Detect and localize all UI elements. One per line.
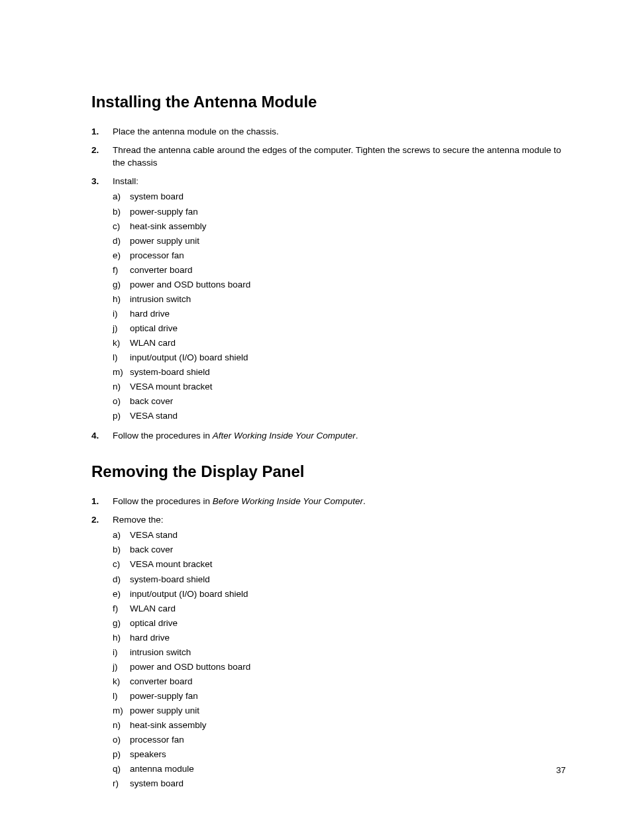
sublist-letter: q) xyxy=(113,762,130,776)
sublist-item: b)back cover xyxy=(113,543,566,556)
sublist-item: h)intrusion switch xyxy=(113,293,566,306)
sublist-item: d)system-board shield xyxy=(113,573,566,586)
sublist-text: WLAN card xyxy=(130,602,176,615)
sublist-item: i)intrusion switch xyxy=(113,646,566,659)
step-body: Follow the procedures in Before Working … xyxy=(113,495,566,508)
sublist-item: l)power-supply fan xyxy=(113,690,566,703)
sublist-item: f)WLAN card xyxy=(113,602,566,615)
sublist-item: d)power supply unit xyxy=(113,235,566,248)
sublist-item: p)speakers xyxy=(113,748,566,761)
sublist-letter: m) xyxy=(113,704,130,717)
sublist-item: n)heat-sink assembly xyxy=(113,719,566,732)
sublist-text: power supply unit xyxy=(130,235,199,248)
step-text: Place the antenna module on the chassis. xyxy=(113,127,279,136)
sublist-letter: g) xyxy=(113,617,130,630)
sublist-text: power-supply fan xyxy=(130,205,198,219)
sublist-text: antenna module xyxy=(130,762,194,776)
sublist-letter: p) xyxy=(113,409,130,423)
step-text-suffix: . xyxy=(356,431,358,441)
step-item: 4.Follow the procedures in After Working… xyxy=(91,429,566,443)
sublist-letter: i) xyxy=(113,307,130,321)
step-body: Place the antenna module on the chassis. xyxy=(113,125,566,138)
sublist-text: VESA mount bracket xyxy=(130,380,213,394)
sublist-letter: j) xyxy=(113,660,130,674)
sublist-item: r)system board xyxy=(113,777,566,790)
sublist-text: optical drive xyxy=(130,322,178,335)
sublist-letter: a) xyxy=(113,190,130,203)
step-item: 2.Remove the:a)VESA standb)back coverc)V… xyxy=(91,513,566,792)
section-heading: Removing the Display Panel xyxy=(91,461,566,482)
sublist-text: hard drive xyxy=(130,631,170,645)
sublist-letter: b) xyxy=(113,543,130,556)
step-item: 2.Thread the antenna cable around the ed… xyxy=(91,144,566,170)
sublist-text: system-board shield xyxy=(130,573,210,586)
step-text: Follow the procedures in xyxy=(113,496,213,506)
sublist-item: i)hard drive xyxy=(113,307,566,321)
sublist-text: input/output (I/O) board shield xyxy=(130,351,248,364)
sublist-item: a)system board xyxy=(113,190,566,203)
sublist-text: system board xyxy=(130,190,184,203)
sublist-text: power and OSD buttons board xyxy=(130,660,250,674)
sublist-text: system-board shield xyxy=(130,366,210,379)
sublist-item: j)optical drive xyxy=(113,322,566,335)
sublist-letter: j) xyxy=(113,322,130,335)
step-number: 2. xyxy=(91,144,113,170)
sublist-letter: i) xyxy=(113,646,130,659)
sublist-text: processor fan xyxy=(130,249,184,262)
section-heading: Installing the Antenna Module xyxy=(91,91,566,112)
sublist-item: e)processor fan xyxy=(113,249,566,262)
sublist-letter: l) xyxy=(113,690,130,703)
sublist-item: n)VESA mount bracket xyxy=(113,380,566,394)
sublist-text: back cover xyxy=(130,543,173,556)
sublist-letter: h) xyxy=(113,293,130,306)
step-italic-reference: After Working Inside Your Computer xyxy=(213,431,356,441)
sublist-letter: d) xyxy=(113,235,130,248)
step-body: Install:a)system boardb)power-supply fan… xyxy=(113,175,566,425)
sublist-text: converter board xyxy=(130,264,193,277)
sublist-text: hard drive xyxy=(130,307,170,321)
sublist-letter: k) xyxy=(113,675,130,688)
sublist-item: l)input/output (I/O) board shield xyxy=(113,351,566,364)
sublist-text: VESA stand xyxy=(130,529,178,542)
sublist-text: intrusion switch xyxy=(130,646,191,659)
step-number: 2. xyxy=(91,513,113,792)
step-text-suffix: . xyxy=(363,496,366,506)
sublist-text: speakers xyxy=(130,748,166,761)
sublist-text: heat-sink assembly xyxy=(130,719,207,732)
document-page: Installing the Antenna Module 1.Place th… xyxy=(0,0,632,792)
sublist-letter: l) xyxy=(113,351,130,364)
step-italic-reference: Before Working Inside Your Computer xyxy=(213,496,363,506)
step-text: Install: xyxy=(113,176,138,186)
sublist-letter: k) xyxy=(113,337,130,350)
sublist-letter: e) xyxy=(113,249,130,262)
sublist-letter: d) xyxy=(113,573,130,586)
sublist-text: converter board xyxy=(130,675,193,688)
sublist-item: f)converter board xyxy=(113,264,566,277)
sublist-letter: f) xyxy=(113,264,130,277)
sublist-text: VESA mount bracket xyxy=(130,558,213,571)
sublist-text: heat-sink assembly xyxy=(130,220,207,233)
sublist-letter: g) xyxy=(113,278,130,291)
sublist-letter: e) xyxy=(113,588,130,601)
sublist-item: g)optical drive xyxy=(113,617,566,630)
section1-steps: 1.Place the antenna module on the chassi… xyxy=(91,125,566,443)
step-text: Remove the: xyxy=(113,515,164,525)
sublist-letter: o) xyxy=(113,395,130,408)
sublist-item: o)back cover xyxy=(113,395,566,408)
step-item: 3.Install:a)system boardb)power-supply f… xyxy=(91,175,566,425)
sublist-item: m)system-board shield xyxy=(113,366,566,379)
sublist-letter: m) xyxy=(113,366,130,379)
step-body: Follow the procedures in After Working I… xyxy=(113,429,566,443)
step-item: 1.Place the antenna module on the chassi… xyxy=(91,125,566,138)
section2-steps: 1.Follow the procedures in Before Workin… xyxy=(91,495,566,792)
step-text: Thread the antenna cable around the edge… xyxy=(113,145,561,168)
sublist-item: e)input/output (I/O) board shield xyxy=(113,588,566,601)
sublist-text: input/output (I/O) board shield xyxy=(130,588,248,601)
sublist-letter: f) xyxy=(113,602,130,615)
sublist-item: q)antenna module xyxy=(113,762,566,776)
sublist-item: g)power and OSD buttons board xyxy=(113,278,566,291)
sublist-letter: r) xyxy=(113,777,130,790)
sublist-letter: h) xyxy=(113,631,130,645)
sublist-text: VESA stand xyxy=(130,409,178,423)
step-number: 1. xyxy=(91,495,113,508)
